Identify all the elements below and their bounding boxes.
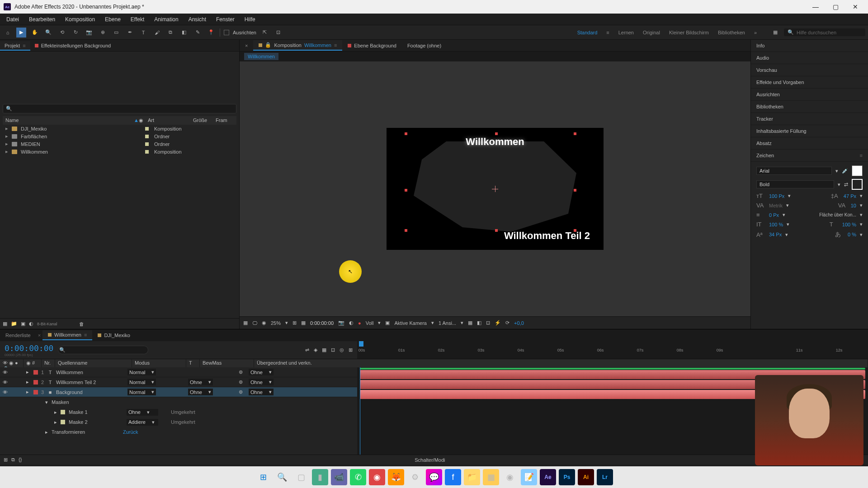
project-search[interactable]: 🔍 [3,104,236,113]
menu-ansicht[interactable]: Ansicht [184,14,211,24]
snap-icon[interactable]: ⇱ [260,28,270,38]
screen-icon[interactable]: 🖵 [252,320,257,326]
tab-ebene[interactable]: Ebene Background [342,41,402,50]
layer-row[interactable]: 👁▸2TWillkommen Teil 2Normal▾Ohne▾⊚Ohne▾ [0,377,357,387]
stroke-swap-icon[interactable]: ⇄ [844,182,848,188]
tl-ic3[interactable]: ▦ [322,347,326,353]
snapshot-icon[interactable]: 📷 [338,320,344,326]
panel-ausrichten[interactable]: Ausrichten [751,89,868,101]
taskbar-lr[interactable]: Lr [597,469,613,485]
tl-ic4[interactable]: ⊡ [331,347,335,353]
vi4[interactable]: ⚡ [495,320,501,326]
hscale[interactable]: 100 % [842,222,856,227]
panel-audio[interactable]: Audio [751,52,868,64]
taskbar-whatsapp[interactable]: ✆ [350,469,366,485]
tab-komposition[interactable]: 🔒 Komposition Willkommen ≡ [253,40,342,51]
ws-bibliotheken[interactable]: Bibliotheken [717,28,746,37]
ausrichten-checkbox[interactable] [224,30,229,35]
menu-bearbeiten[interactable]: Bearbeiten [24,14,60,24]
vi2[interactable]: ◧ [477,320,481,326]
taskbar-ps[interactable]: Ps [559,469,575,485]
mask-row[interactable]: ▸Maske 2Addiere▾Umgekehrt [0,417,357,427]
tracking[interactable]: 10 [851,203,856,208]
maximize-button[interactable]: ▢ [826,0,844,13]
vi3[interactable]: ⊡ [486,320,490,326]
pen-tool[interactable]: ✒ [125,28,135,38]
brace-icon[interactable]: {} [19,457,22,463]
bit-depth[interactable]: 8-Bit-Kanal [37,322,57,326]
orbit-tool[interactable]: ⟲ [57,28,67,38]
taskbar-firefox[interactable]: 🦊 [388,469,404,485]
menu-effekt[interactable]: Effekt [126,14,149,24]
taskbar-app3[interactable]: ⚙ [407,469,423,485]
panel-absatz[interactable]: Absatz [751,137,868,150]
view-dropdown[interactable]: Voll [366,320,374,326]
font-family-select[interactable]: Arial [756,167,832,175]
tab-tl-dji[interactable]: DJI_Mexiko [92,331,135,340]
vi1[interactable]: ▦ [468,320,472,326]
timeline-ruler[interactable]: 00s01s02s03s04s05s06s07s08s09s11s12s [357,341,868,359]
clone-tool[interactable]: ⧉ [165,28,175,38]
tab-renderliste[interactable]: Renderliste [0,331,36,340]
zoom-tool[interactable]: 🔍 [43,28,53,38]
panel-vorschau[interactable]: Vorschau [751,64,868,76]
comp-canvas[interactable]: Willkommen Willkommen Teil 2 [387,128,604,250]
adjust-icon[interactable]: ◐ [29,321,33,327]
toggle-switches-icon[interactable]: ⊞ [4,457,8,463]
res-icon[interactable]: ⊞ [292,320,297,326]
shape-tool[interactable]: ▭ [111,28,121,38]
puppet-tool[interactable]: 📍 [206,28,216,38]
project-item[interactable]: ▸FarbflächenOrdner [3,132,236,140]
taskbar-ae[interactable]: Ae [540,469,556,485]
project-item[interactable]: ▸MEDIENOrdner [3,140,236,148]
breadcrumb-item[interactable]: Willkommen [244,53,278,60]
taskbar-app4[interactable]: ▦ [483,469,499,485]
tl-ic2[interactable]: ◈ [314,347,317,353]
stroke-color-swatch[interactable] [852,179,863,190]
eyedropper-icon[interactable]: 💉 [842,168,848,174]
selection-tool[interactable]: ▶ [16,28,26,38]
tl-ic5[interactable]: ◎ [340,347,344,353]
kerning[interactable]: Metrik [769,203,783,208]
taskbar-messenger[interactable]: 💬 [426,469,442,485]
selection-handle[interactable] [574,229,576,232]
tsume[interactable]: 0 % [848,232,856,237]
menu-komposition[interactable]: Komposition [61,14,99,24]
views-dropdown[interactable]: 1 Ansi... [439,320,456,326]
panel-zeichen[interactable]: Zeichen≡ [751,150,868,162]
ws-lernen[interactable]: Lernen [618,28,635,37]
selection-handle[interactable] [405,229,407,232]
font-weight-select[interactable]: Bold [756,180,834,188]
composition-viewer[interactable]: Willkommen Willkommen Teil 2 ↖ [240,61,750,316]
fill-color-swatch[interactable] [852,165,863,176]
menu-animation[interactable]: Animation [150,14,183,24]
camera-tool[interactable]: 📷 [84,28,94,38]
taskbar-files[interactable]: 📁 [464,469,480,485]
menu-hilfe[interactable]: Hilfe [240,14,260,24]
anchor-point-icon[interactable] [492,186,498,192]
ws-original[interactable]: Original [642,28,661,37]
font-size[interactable]: 100 Px [769,193,784,199]
layer-row[interactable]: 👁▸3■BackgroundNormal▾Ohne▾⊚Ohne▾ [0,387,357,397]
close-button[interactable]: ✕ [846,0,864,13]
snap2-icon[interactable]: ⊡ [274,28,283,38]
selection-handle[interactable] [405,132,407,135]
exposure-value[interactable]: +0,0 [514,320,524,326]
taskbar-search[interactable]: 🔍 [274,469,290,485]
tab-tl-willkommen[interactable]: Willkommen ≡ [42,330,92,340]
help-search[interactable]: 🔍 Hilfe durchsuchen [784,28,865,36]
eraser-tool[interactable]: ◧ [179,28,189,38]
menu-datei[interactable]: Datei [2,14,24,24]
mask-row[interactable]: ▸Maske 1Ohne▾Umgekehrt [0,407,357,417]
baseline[interactable]: 34 Px [769,232,782,237]
ws-more[interactable]: » [753,28,758,37]
panel-inhaltsbasierte-füllung[interactable]: Inhaltsbasierte Füllung [751,125,868,137]
rotate-tool[interactable]: ↻ [71,28,80,38]
zoom-dropdown[interactable]: 25% [271,320,281,326]
taskbar-taskview[interactable]: ▢ [293,469,309,485]
ws-standard[interactable]: Standard [576,28,599,37]
interpret-icon[interactable]: ▦ [3,321,7,327]
project-item[interactable]: ▸WillkommenKomposition [3,148,236,155]
tab-projekt[interactable]: Projekt ≡ [0,41,30,50]
mask-icon[interactable]: ◉ [262,320,266,326]
